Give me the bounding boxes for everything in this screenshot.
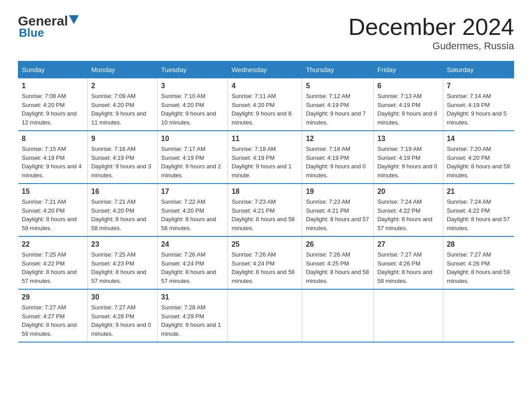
day-info: Sunrise: 7:27 AMSunset: 4:28 PMDaylight:…: [91, 303, 154, 338]
calendar-cell: 17Sunrise: 7:22 AMSunset: 4:20 PMDayligh…: [157, 184, 227, 236]
day-number: 28: [447, 240, 511, 248]
header-day-saturday: Saturday: [443, 61, 514, 78]
calendar-cell: 21Sunrise: 7:24 AMSunset: 4:22 PMDayligh…: [443, 184, 514, 236]
header-day-monday: Monday: [87, 61, 157, 78]
calendar-cell: 10Sunrise: 7:17 AMSunset: 4:19 PMDayligh…: [157, 131, 227, 184]
day-info: Sunrise: 7:12 AMSunset: 4:19 PMDaylight:…: [306, 92, 370, 127]
day-info: Sunrise: 7:26 AMSunset: 4:24 PMDaylight:…: [161, 250, 224, 285]
day-number: 7: [447, 82, 511, 90]
calendar-cell: [302, 289, 374, 342]
day-info: Sunrise: 7:28 AMSunset: 4:29 PMDaylight:…: [161, 303, 224, 338]
calendar-cell: 16Sunrise: 7:21 AMSunset: 4:20 PMDayligh…: [87, 184, 157, 236]
week-row-3: 15Sunrise: 7:21 AMSunset: 4:20 PMDayligh…: [18, 184, 514, 236]
day-info: Sunrise: 7:08 AMSunset: 4:20 PMDaylight:…: [22, 92, 84, 127]
day-number: 27: [378, 240, 439, 248]
day-info: Sunrise: 7:16 AMSunset: 4:19 PMDaylight:…: [91, 145, 154, 180]
calendar-cell: 15Sunrise: 7:21 AMSunset: 4:20 PMDayligh…: [18, 184, 88, 236]
calendar-title-block: December 2024 Gudermes, Russia: [348, 13, 514, 52]
header-row: SundayMondayTuesdayWednesdayThursdayFrid…: [18, 61, 514, 78]
day-info: Sunrise: 7:15 AMSunset: 4:19 PMDaylight:…: [22, 145, 84, 180]
day-info: Sunrise: 7:26 AMSunset: 4:24 PMDaylight:…: [232, 250, 298, 285]
calendar-table: SundayMondayTuesdayWednesdayThursdayFrid…: [18, 61, 514, 342]
day-number: 30: [91, 293, 154, 301]
day-number: 13: [378, 135, 439, 143]
day-number: 8: [22, 135, 84, 143]
calendar-location: Gudermes, Russia: [348, 40, 514, 52]
day-number: 24: [161, 240, 224, 248]
calendar-cell: 23Sunrise: 7:25 AMSunset: 4:23 PMDayligh…: [87, 236, 157, 289]
calendar-cell: 6Sunrise: 7:13 AMSunset: 4:19 PMDaylight…: [373, 78, 443, 131]
calendar-cell: 11Sunrise: 7:18 AMSunset: 4:19 PMDayligh…: [228, 131, 302, 184]
calendar-cell: 2Sunrise: 7:09 AMSunset: 4:20 PMDaylight…: [87, 78, 157, 131]
day-number: 4: [232, 82, 298, 90]
day-number: 3: [161, 82, 224, 90]
day-number: 20: [378, 188, 439, 196]
week-row-2: 8Sunrise: 7:15 AMSunset: 4:19 PMDaylight…: [18, 131, 514, 184]
day-info: Sunrise: 7:19 AMSunset: 4:19 PMDaylight:…: [378, 145, 439, 180]
logo-triangle-icon: [69, 15, 79, 25]
day-number: 6: [378, 82, 439, 90]
calendar-cell: 1Sunrise: 7:08 AMSunset: 4:20 PMDaylight…: [18, 78, 88, 131]
calendar-cell: [373, 289, 443, 342]
day-info: Sunrise: 7:26 AMSunset: 4:25 PMDaylight:…: [306, 250, 370, 285]
day-number: 17: [161, 188, 224, 196]
calendar-month-year: December 2024: [348, 13, 514, 40]
day-number: 10: [161, 135, 224, 143]
day-number: 15: [22, 188, 84, 196]
day-info: Sunrise: 7:14 AMSunset: 4:19 PMDaylight:…: [447, 92, 511, 127]
day-info: Sunrise: 7:27 AMSunset: 4:27 PMDaylight:…: [22, 303, 84, 338]
day-info: Sunrise: 7:27 AMSunset: 4:26 PMDaylight:…: [378, 250, 439, 285]
calendar-cell: 18Sunrise: 7:23 AMSunset: 4:21 PMDayligh…: [228, 184, 302, 236]
day-info: Sunrise: 7:23 AMSunset: 4:21 PMDaylight:…: [306, 197, 370, 232]
day-info: Sunrise: 7:25 AMSunset: 4:23 PMDaylight:…: [91, 250, 154, 285]
calendar-cell: 29Sunrise: 7:27 AMSunset: 4:27 PMDayligh…: [18, 289, 88, 342]
calendar-cell: 28Sunrise: 7:27 AMSunset: 4:26 PMDayligh…: [443, 236, 514, 289]
day-info: Sunrise: 7:21 AMSunset: 4:20 PMDaylight:…: [22, 197, 84, 232]
week-row-1: 1Sunrise: 7:08 AMSunset: 4:20 PMDaylight…: [18, 78, 514, 131]
calendar-cell: 7Sunrise: 7:14 AMSunset: 4:19 PMDaylight…: [443, 78, 514, 131]
day-number: 25: [232, 240, 298, 248]
calendar-cell: 20Sunrise: 7:24 AMSunset: 4:22 PMDayligh…: [373, 184, 443, 236]
header-day-thursday: Thursday: [302, 61, 374, 78]
calendar-cell: 12Sunrise: 7:18 AMSunset: 4:19 PMDayligh…: [302, 131, 374, 184]
day-info: Sunrise: 7:18 AMSunset: 4:19 PMDaylight:…: [232, 145, 298, 180]
day-info: Sunrise: 7:17 AMSunset: 4:19 PMDaylight:…: [161, 145, 224, 180]
svg-marker-0: [69, 15, 79, 24]
day-info: Sunrise: 7:10 AMSunset: 4:20 PMDaylight:…: [161, 92, 224, 127]
page-header: General Blue December 2024 Gudermes, Rus…: [18, 13, 514, 52]
day-info: Sunrise: 7:23 AMSunset: 4:21 PMDaylight:…: [232, 197, 298, 232]
day-info: Sunrise: 7:24 AMSunset: 4:22 PMDaylight:…: [378, 197, 439, 232]
calendar-cell: 26Sunrise: 7:26 AMSunset: 4:25 PMDayligh…: [302, 236, 374, 289]
day-info: Sunrise: 7:11 AMSunset: 4:20 PMDaylight:…: [232, 92, 298, 127]
logo: General Blue: [18, 13, 79, 40]
day-number: 22: [22, 240, 84, 248]
calendar-cell: 30Sunrise: 7:27 AMSunset: 4:28 PMDayligh…: [87, 289, 157, 342]
calendar-cell: 31Sunrise: 7:28 AMSunset: 4:29 PMDayligh…: [157, 289, 227, 342]
calendar-cell: 5Sunrise: 7:12 AMSunset: 4:19 PMDaylight…: [302, 78, 374, 131]
calendar-cell: 25Sunrise: 7:26 AMSunset: 4:24 PMDayligh…: [228, 236, 302, 289]
calendar-body: 1Sunrise: 7:08 AMSunset: 4:20 PMDaylight…: [18, 78, 514, 342]
calendar-cell: 14Sunrise: 7:20 AMSunset: 4:20 PMDayligh…: [443, 131, 514, 184]
calendar-cell: 8Sunrise: 7:15 AMSunset: 4:19 PMDaylight…: [18, 131, 88, 184]
day-info: Sunrise: 7:20 AMSunset: 4:20 PMDaylight:…: [447, 145, 511, 180]
day-number: 19: [306, 188, 370, 196]
day-info: Sunrise: 7:27 AMSunset: 4:26 PMDaylight:…: [447, 250, 511, 285]
day-number: 26: [306, 240, 370, 248]
header-day-sunday: Sunday: [18, 61, 88, 78]
week-row-4: 22Sunrise: 7:25 AMSunset: 4:22 PMDayligh…: [18, 236, 514, 289]
day-info: Sunrise: 7:18 AMSunset: 4:19 PMDaylight:…: [306, 145, 370, 180]
calendar-header: SundayMondayTuesdayWednesdayThursdayFrid…: [18, 61, 514, 78]
day-number: 23: [91, 240, 154, 248]
calendar-cell: 9Sunrise: 7:16 AMSunset: 4:19 PMDaylight…: [87, 131, 157, 184]
day-info: Sunrise: 7:22 AMSunset: 4:20 PMDaylight:…: [161, 197, 224, 232]
calendar-cell: 3Sunrise: 7:10 AMSunset: 4:20 PMDaylight…: [157, 78, 227, 131]
day-info: Sunrise: 7:24 AMSunset: 4:22 PMDaylight:…: [447, 197, 511, 232]
calendar-cell: [443, 289, 514, 342]
day-info: Sunrise: 7:09 AMSunset: 4:20 PMDaylight:…: [91, 92, 154, 127]
week-row-5: 29Sunrise: 7:27 AMSunset: 4:27 PMDayligh…: [18, 289, 514, 342]
header-day-tuesday: Tuesday: [157, 61, 227, 78]
day-number: 21: [447, 188, 511, 196]
day-number: 11: [232, 135, 298, 143]
day-info: Sunrise: 7:25 AMSunset: 4:22 PMDaylight:…: [22, 250, 84, 285]
header-day-wednesday: Wednesday: [228, 61, 302, 78]
